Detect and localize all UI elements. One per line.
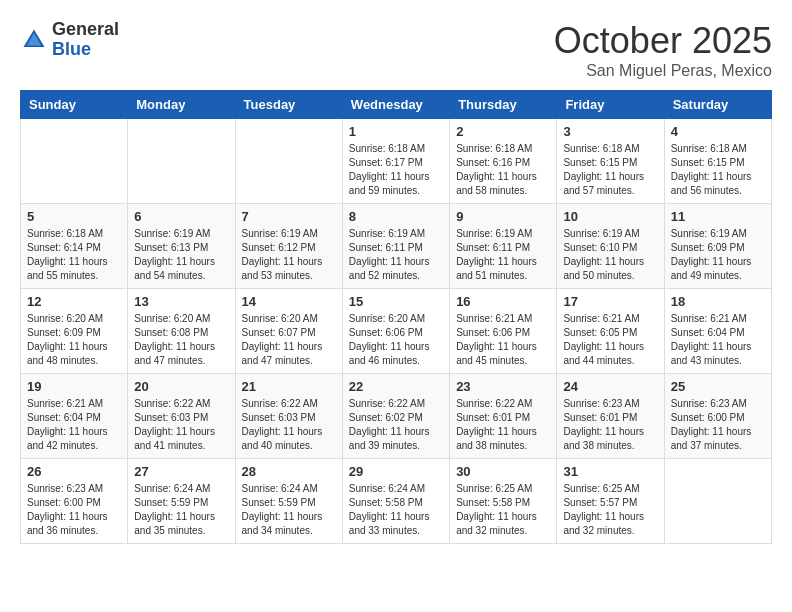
calendar-cell: 26Sunrise: 6:23 AMSunset: 6:00 PMDayligh… xyxy=(21,459,128,544)
calendar-cell: 21Sunrise: 6:22 AMSunset: 6:03 PMDayligh… xyxy=(235,374,342,459)
day-info: Sunrise: 6:20 AMSunset: 6:06 PMDaylight:… xyxy=(349,312,443,368)
calendar-cell: 2Sunrise: 6:18 AMSunset: 6:16 PMDaylight… xyxy=(450,119,557,204)
weekday-header: Wednesday xyxy=(342,91,449,119)
day-number: 23 xyxy=(456,379,550,394)
day-info: Sunrise: 6:22 AMSunset: 6:03 PMDaylight:… xyxy=(242,397,336,453)
weekday-header: Thursday xyxy=(450,91,557,119)
day-info: Sunrise: 6:24 AMSunset: 5:59 PMDaylight:… xyxy=(242,482,336,538)
day-info: Sunrise: 6:22 AMSunset: 6:03 PMDaylight:… xyxy=(134,397,228,453)
day-number: 21 xyxy=(242,379,336,394)
day-number: 18 xyxy=(671,294,765,309)
weekday-header: Friday xyxy=(557,91,664,119)
calendar-cell: 27Sunrise: 6:24 AMSunset: 5:59 PMDayligh… xyxy=(128,459,235,544)
day-number: 19 xyxy=(27,379,121,394)
calendar-week-row: 12Sunrise: 6:20 AMSunset: 6:09 PMDayligh… xyxy=(21,289,772,374)
day-number: 24 xyxy=(563,379,657,394)
day-number: 28 xyxy=(242,464,336,479)
logo-icon xyxy=(20,26,48,54)
calendar-cell: 30Sunrise: 6:25 AMSunset: 5:58 PMDayligh… xyxy=(450,459,557,544)
calendar-cell: 8Sunrise: 6:19 AMSunset: 6:11 PMDaylight… xyxy=(342,204,449,289)
day-number: 5 xyxy=(27,209,121,224)
day-info: Sunrise: 6:19 AMSunset: 6:12 PMDaylight:… xyxy=(242,227,336,283)
day-info: Sunrise: 6:25 AMSunset: 5:57 PMDaylight:… xyxy=(563,482,657,538)
day-number: 11 xyxy=(671,209,765,224)
day-info: Sunrise: 6:23 AMSunset: 6:00 PMDaylight:… xyxy=(671,397,765,453)
day-info: Sunrise: 6:22 AMSunset: 6:01 PMDaylight:… xyxy=(456,397,550,453)
day-info: Sunrise: 6:21 AMSunset: 6:06 PMDaylight:… xyxy=(456,312,550,368)
calendar-cell: 1Sunrise: 6:18 AMSunset: 6:17 PMDaylight… xyxy=(342,119,449,204)
day-info: Sunrise: 6:19 AMSunset: 6:09 PMDaylight:… xyxy=(671,227,765,283)
calendar-cell: 16Sunrise: 6:21 AMSunset: 6:06 PMDayligh… xyxy=(450,289,557,374)
day-info: Sunrise: 6:19 AMSunset: 6:10 PMDaylight:… xyxy=(563,227,657,283)
calendar-cell: 10Sunrise: 6:19 AMSunset: 6:10 PMDayligh… xyxy=(557,204,664,289)
calendar-cell: 17Sunrise: 6:21 AMSunset: 6:05 PMDayligh… xyxy=(557,289,664,374)
day-number: 14 xyxy=(242,294,336,309)
day-number: 6 xyxy=(134,209,228,224)
day-info: Sunrise: 6:24 AMSunset: 5:59 PMDaylight:… xyxy=(134,482,228,538)
calendar-cell: 25Sunrise: 6:23 AMSunset: 6:00 PMDayligh… xyxy=(664,374,771,459)
day-info: Sunrise: 6:22 AMSunset: 6:02 PMDaylight:… xyxy=(349,397,443,453)
logo: General Blue xyxy=(20,20,119,60)
day-number: 2 xyxy=(456,124,550,139)
day-info: Sunrise: 6:18 AMSunset: 6:16 PMDaylight:… xyxy=(456,142,550,198)
weekday-header: Tuesday xyxy=(235,91,342,119)
calendar-cell: 29Sunrise: 6:24 AMSunset: 5:58 PMDayligh… xyxy=(342,459,449,544)
calendar-cell: 28Sunrise: 6:24 AMSunset: 5:59 PMDayligh… xyxy=(235,459,342,544)
day-number: 27 xyxy=(134,464,228,479)
day-info: Sunrise: 6:20 AMSunset: 6:07 PMDaylight:… xyxy=(242,312,336,368)
calendar-cell: 13Sunrise: 6:20 AMSunset: 6:08 PMDayligh… xyxy=(128,289,235,374)
weekday-header: Monday xyxy=(128,91,235,119)
day-number: 8 xyxy=(349,209,443,224)
calendar-cell: 24Sunrise: 6:23 AMSunset: 6:01 PMDayligh… xyxy=(557,374,664,459)
title-block: October 2025 San Miguel Peras, Mexico xyxy=(554,20,772,80)
calendar-week-row: 26Sunrise: 6:23 AMSunset: 6:00 PMDayligh… xyxy=(21,459,772,544)
day-info: Sunrise: 6:19 AMSunset: 6:13 PMDaylight:… xyxy=(134,227,228,283)
day-info: Sunrise: 6:23 AMSunset: 6:00 PMDaylight:… xyxy=(27,482,121,538)
day-number: 10 xyxy=(563,209,657,224)
calendar-cell: 22Sunrise: 6:22 AMSunset: 6:02 PMDayligh… xyxy=(342,374,449,459)
day-info: Sunrise: 6:21 AMSunset: 6:05 PMDaylight:… xyxy=(563,312,657,368)
weekday-header: Sunday xyxy=(21,91,128,119)
day-number: 7 xyxy=(242,209,336,224)
month-title: October 2025 xyxy=(554,20,772,62)
calendar-cell xyxy=(235,119,342,204)
calendar-cell: 18Sunrise: 6:21 AMSunset: 6:04 PMDayligh… xyxy=(664,289,771,374)
calendar-cell: 11Sunrise: 6:19 AMSunset: 6:09 PMDayligh… xyxy=(664,204,771,289)
calendar-week-row: 19Sunrise: 6:21 AMSunset: 6:04 PMDayligh… xyxy=(21,374,772,459)
day-number: 29 xyxy=(349,464,443,479)
calendar-cell: 20Sunrise: 6:22 AMSunset: 6:03 PMDayligh… xyxy=(128,374,235,459)
weekday-header-row: SundayMondayTuesdayWednesdayThursdayFrid… xyxy=(21,91,772,119)
logo-general: General xyxy=(52,19,119,39)
calendar-cell: 31Sunrise: 6:25 AMSunset: 5:57 PMDayligh… xyxy=(557,459,664,544)
calendar-cell xyxy=(664,459,771,544)
day-info: Sunrise: 6:18 AMSunset: 6:15 PMDaylight:… xyxy=(671,142,765,198)
day-number: 22 xyxy=(349,379,443,394)
calendar-cell: 9Sunrise: 6:19 AMSunset: 6:11 PMDaylight… xyxy=(450,204,557,289)
day-number: 31 xyxy=(563,464,657,479)
calendar-cell: 15Sunrise: 6:20 AMSunset: 6:06 PMDayligh… xyxy=(342,289,449,374)
day-number: 1 xyxy=(349,124,443,139)
day-number: 3 xyxy=(563,124,657,139)
day-info: Sunrise: 6:18 AMSunset: 6:17 PMDaylight:… xyxy=(349,142,443,198)
day-number: 17 xyxy=(563,294,657,309)
calendar-table: SundayMondayTuesdayWednesdayThursdayFrid… xyxy=(20,90,772,544)
day-info: Sunrise: 6:20 AMSunset: 6:08 PMDaylight:… xyxy=(134,312,228,368)
page-header: General Blue October 2025 San Miguel Per… xyxy=(20,20,772,80)
calendar-cell: 12Sunrise: 6:20 AMSunset: 6:09 PMDayligh… xyxy=(21,289,128,374)
location: San Miguel Peras, Mexico xyxy=(554,62,772,80)
logo-text: General Blue xyxy=(52,20,119,60)
day-number: 30 xyxy=(456,464,550,479)
day-info: Sunrise: 6:21 AMSunset: 6:04 PMDaylight:… xyxy=(27,397,121,453)
calendar-cell: 7Sunrise: 6:19 AMSunset: 6:12 PMDaylight… xyxy=(235,204,342,289)
day-info: Sunrise: 6:21 AMSunset: 6:04 PMDaylight:… xyxy=(671,312,765,368)
calendar-week-row: 1Sunrise: 6:18 AMSunset: 6:17 PMDaylight… xyxy=(21,119,772,204)
logo-blue: Blue xyxy=(52,39,91,59)
calendar-cell: 6Sunrise: 6:19 AMSunset: 6:13 PMDaylight… xyxy=(128,204,235,289)
day-number: 25 xyxy=(671,379,765,394)
day-number: 15 xyxy=(349,294,443,309)
day-info: Sunrise: 6:19 AMSunset: 6:11 PMDaylight:… xyxy=(456,227,550,283)
day-info: Sunrise: 6:20 AMSunset: 6:09 PMDaylight:… xyxy=(27,312,121,368)
calendar-cell: 23Sunrise: 6:22 AMSunset: 6:01 PMDayligh… xyxy=(450,374,557,459)
day-info: Sunrise: 6:23 AMSunset: 6:01 PMDaylight:… xyxy=(563,397,657,453)
weekday-header: Saturday xyxy=(664,91,771,119)
